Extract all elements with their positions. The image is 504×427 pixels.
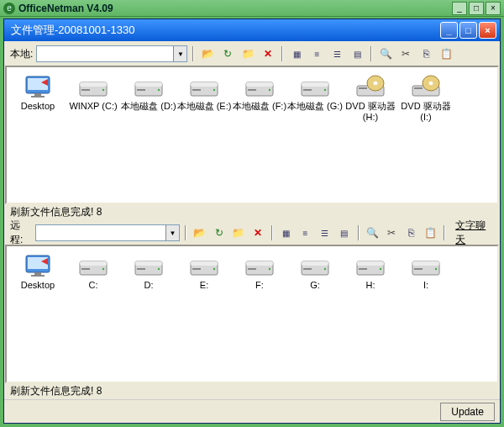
update-button[interactable]: Update [440, 403, 495, 421]
up-folder-button[interactable]: 📂 [199, 45, 216, 62]
drive-icon [189, 253, 219, 278]
file-item[interactable]: I: [398, 253, 454, 291]
copy-button[interactable]: ⎘ [417, 45, 434, 62]
item-label: D: [144, 280, 154, 291]
svg-rect-9 [135, 82, 162, 87]
chevron-down-icon: ▼ [165, 225, 179, 240]
file-item[interactable]: E: [176, 253, 232, 291]
view-small-button[interactable]: ≡ [308, 45, 325, 62]
new-folder-button[interactable]: 📁 [230, 224, 246, 241]
item-label: 本地磁盘 (G:) [287, 101, 343, 112]
svg-rect-35 [31, 275, 45, 277]
file-item[interactable]: DVD 驱动器 (H:) [343, 74, 398, 123]
search-button[interactable]: 🔍 [365, 224, 381, 241]
file-item[interactable]: H: [343, 253, 398, 291]
search-button[interactable]: 🔍 [377, 45, 394, 62]
view-details-button[interactable]: ▤ [349, 45, 365, 62]
remote-file-view[interactable]: DesktopC:D:E:F:G:H:I: [5, 245, 499, 383]
view-small-button[interactable]: ≡ [297, 224, 313, 241]
local-file-view[interactable]: DesktopWINXP (C:)本地磁盘 (D:)本地磁盘 (E:)本地磁盘 … [5, 66, 499, 204]
cut-button[interactable]: ✂ [384, 224, 400, 241]
file-item[interactable]: 本地磁盘 (E:) [176, 74, 232, 123]
svg-rect-34 [34, 272, 41, 275]
file-item[interactable]: C: [66, 253, 121, 291]
paste-button[interactable]: 📋 [423, 224, 438, 241]
inner-window: 文件管理-20081001-1330 _ □ × 本地: ▼ 📂 ↻ 📁 ✕ ▦… [3, 18, 501, 424]
item-label: I: [423, 280, 428, 291]
separator [444, 225, 445, 240]
svg-rect-41 [135, 261, 162, 266]
svg-rect-14 [192, 89, 201, 91]
text-chat-link[interactable]: 文字聊天 [455, 219, 494, 247]
svg-point-7 [102, 89, 104, 91]
view-large-button[interactable]: ▦ [288, 45, 305, 62]
file-item[interactable]: G: [287, 253, 343, 291]
outer-window: e OfficeNetman V4.09 _ □ × 文件管理-20081001… [0, 0, 504, 427]
bottom-bar: Update [4, 399, 500, 423]
inner-title: 文件管理-20081001-1330 [8, 23, 440, 38]
remote-toolbar: 远程: ▼ 📂 ↻ 📁 ✕ ▦ ≡ ☰ ▤ 🔍 ✂ ⎘ 📋 文字聊天 [5, 221, 499, 245]
outer-titlebar: e OfficeNetman V4.09 _ □ × [0, 0, 504, 17]
file-item[interactable]: 本地磁盘 (D:) [121, 74, 176, 123]
remote-path-combo[interactable]: ▼ [35, 224, 180, 241]
view-large-button[interactable]: ▦ [278, 224, 294, 241]
svg-point-59 [380, 268, 381, 270]
file-item[interactable]: 本地磁盘 (F:) [232, 74, 287, 123]
local-pane: 本地: ▼ 📂 ↻ 📁 ✕ ▦ ≡ ☰ ▤ 🔍 ✂ ⎘ 📋 DesktopWIN… [4, 41, 500, 220]
local-path-combo[interactable]: ▼ [36, 45, 187, 62]
copy-button[interactable]: ⎘ [403, 224, 419, 241]
view-details-button[interactable]: ▤ [336, 224, 352, 241]
svg-point-11 [158, 89, 160, 91]
item-label: C: [89, 280, 98, 291]
cut-button[interactable]: ✂ [397, 45, 414, 62]
svg-rect-49 [246, 261, 273, 266]
file-item[interactable]: DVD 驱动器 (I:) [398, 74, 454, 123]
app-icon: e [3, 3, 15, 14]
outer-maximize-button[interactable]: □ [469, 2, 484, 15]
paste-button[interactable]: 📋 [438, 45, 454, 62]
svg-point-23 [324, 89, 326, 91]
svg-rect-54 [303, 268, 312, 270]
up-folder-button[interactable]: 📂 [192, 224, 207, 241]
cd-icon [355, 74, 386, 99]
view-list-button[interactable]: ☰ [317, 224, 333, 241]
svg-rect-2 [34, 93, 41, 96]
refresh-button[interactable]: ↻ [211, 224, 227, 241]
outer-close-button[interactable]: × [486, 2, 501, 15]
drive-icon [189, 74, 219, 99]
delete-button[interactable]: ✕ [260, 45, 276, 62]
item-label: 本地磁盘 (E:) [177, 101, 232, 112]
new-folder-button[interactable]: 📁 [239, 45, 256, 62]
file-item[interactable]: WINXP (C:) [66, 74, 121, 123]
file-item[interactable]: Desktop [10, 74, 66, 123]
svg-point-43 [158, 268, 160, 270]
file-item[interactable]: Desktop [10, 253, 66, 291]
file-item[interactable]: 本地磁盘 (G:) [287, 74, 343, 123]
item-label: 本地磁盘 (D:) [121, 101, 176, 112]
outer-minimize-button[interactable]: _ [452, 2, 467, 15]
delete-button[interactable]: ✕ [250, 224, 266, 241]
inner-close-button[interactable]: × [479, 22, 496, 39]
file-item[interactable]: F: [232, 253, 287, 291]
refresh-button[interactable]: ↻ [219, 45, 236, 62]
view-list-button[interactable]: ☰ [328, 45, 345, 62]
item-label: G: [310, 280, 320, 291]
item-label: E: [200, 280, 208, 291]
outer-title: OfficeNetman V4.09 [18, 3, 452, 14]
svg-rect-25 [359, 87, 367, 89]
svg-rect-6 [81, 89, 90, 91]
drive-icon [300, 253, 330, 278]
item-label: DVD 驱动器 (I:) [398, 101, 454, 123]
drive-icon [244, 74, 275, 99]
separator [271, 225, 273, 240]
svg-rect-53 [302, 261, 328, 266]
svg-rect-57 [357, 261, 384, 266]
drive-icon [244, 253, 275, 278]
file-item[interactable]: D: [121, 253, 176, 291]
drive-icon [134, 74, 164, 99]
svg-rect-50 [248, 268, 256, 270]
inner-minimize-button[interactable]: _ [440, 22, 458, 39]
drive-icon [300, 74, 330, 99]
separator [358, 225, 360, 240]
inner-maximize-button[interactable]: □ [459, 22, 477, 39]
